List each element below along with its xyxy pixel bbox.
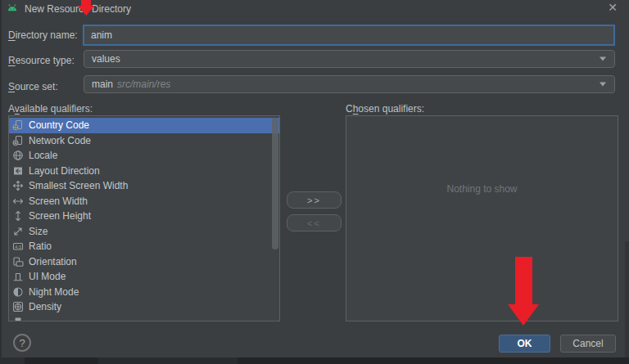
background-window-strip <box>0 357 629 364</box>
help-button[interactable]: ? <box>13 334 31 352</box>
screen-width-icon <box>12 195 24 207</box>
resource-type-value: values <box>92 53 120 65</box>
qualifier-label: Screen Width <box>29 195 88 207</box>
qualifier-item[interactable]: Country Code <box>9 118 279 133</box>
qualifier-item[interactable]: Night Mode <box>9 285 279 300</box>
window-right-edge <box>625 241 629 357</box>
chevron-down-icon <box>600 83 606 87</box>
background-window-segment <box>98 357 238 364</box>
qualifier-label: Locale <box>29 150 57 161</box>
qualifier-item[interactable]: Layout Direction <box>9 164 279 179</box>
country-code-icon <box>12 119 24 131</box>
directory-name-label: Directory name: <box>8 29 78 41</box>
window-left-edge <box>0 0 2 357</box>
annotation-arrow-ok-icon <box>508 257 539 326</box>
source-set-path: src/main/res <box>117 79 170 90</box>
directory-name-input[interactable] <box>83 25 615 46</box>
qualifier-label: Layout Direction <box>29 165 100 177</box>
density-icon <box>12 301 24 312</box>
qualifier-item[interactable]: Screen Width <box>9 194 279 209</box>
android-logo-icon <box>7 2 18 14</box>
qualifier-label: Screen Height <box>29 210 91 222</box>
qualifier-item[interactable]: Smallest Screen Width <box>9 178 279 194</box>
qualifier-label: Country Code <box>29 119 89 131</box>
ratio-icon: 4:3 <box>12 240 24 252</box>
ui-mode-icon <box>12 271 24 282</box>
chosen-qualifiers-panel: Nothing to show <box>346 115 618 321</box>
qualifier-label: Density <box>29 301 61 312</box>
orientation-icon <box>12 256 24 267</box>
available-qualifiers-list[interactable]: Country CodeNetwork CodeLocaleLayout Dir… <box>8 115 280 321</box>
qualifier-item[interactable]: Locale <box>9 148 279 164</box>
qualifier-label: Orientation <box>29 256 77 267</box>
locale-icon <box>12 150 24 161</box>
annotation-arrow-title-icon <box>78 0 95 16</box>
ok-button[interactable]: OK <box>499 335 550 353</box>
source-set-combobox[interactable]: main src/main/res <box>84 75 615 93</box>
resource-type-label: Resource type: <box>8 55 75 66</box>
qualifier-label: UI Mode <box>29 271 66 282</box>
background-window-segment <box>0 357 25 364</box>
empty-list-text: Nothing to show <box>346 183 618 195</box>
cancel-button[interactable]: Cancel <box>560 335 616 353</box>
qualifier-item[interactable]: Network Code <box>9 133 279 149</box>
qualifier-item[interactable]: Orientation <box>9 254 279 270</box>
qualifier-label: Ratio <box>29 240 52 252</box>
qualifier-item[interactable]: 4:3Ratio <box>9 239 279 254</box>
source-set-label: Source set: <box>8 81 58 92</box>
available-qualifiers-label: Available qualifiers: <box>8 103 93 115</box>
qualifier-label: Night Mode <box>29 286 79 298</box>
source-set-value: main <box>92 79 113 90</box>
screen-height-icon <box>12 210 24 222</box>
resource-type-combobox[interactable]: values <box>84 50 615 68</box>
layout-direction-icon <box>12 165 24 177</box>
scrollbar-thumb[interactable] <box>272 118 278 249</box>
smallest-screen-width-icon <box>12 180 24 191</box>
night-mode-icon <box>12 286 24 298</box>
partial-item-icon <box>12 317 24 321</box>
qualifier-label: Smallest Screen Width <box>29 180 128 191</box>
qualifier-item[interactable]: Density <box>9 299 279 315</box>
add-qualifier-button[interactable]: >> <box>287 191 342 209</box>
size-icon <box>12 226 24 237</box>
qualifier-item[interactable]: Size <box>9 224 279 240</box>
close-icon[interactable]: ✕ <box>608 1 618 14</box>
qualifier-item[interactable] <box>9 315 279 322</box>
qualifier-item[interactable]: UI Mode <box>9 269 279 285</box>
svg-text:4:3: 4:3 <box>15 245 21 249</box>
chevron-down-icon <box>600 57 606 61</box>
chosen-qualifiers-label: Chosen qualifiers: <box>346 103 424 115</box>
qualifier-label: Network Code <box>29 135 91 146</box>
network-code-icon <box>12 135 24 146</box>
remove-qualifier-button[interactable]: << <box>287 214 342 231</box>
qualifier-item[interactable]: Screen Height <box>9 209 279 224</box>
qualifier-label: Size <box>29 226 48 237</box>
